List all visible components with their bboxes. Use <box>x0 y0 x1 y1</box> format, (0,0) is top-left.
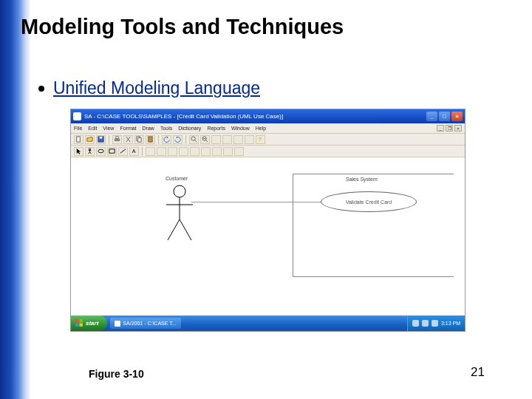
bullet-text: Unified Modeling Language <box>53 78 260 98</box>
svg-line-11 <box>205 140 208 142</box>
start-button[interactable]: start <box>71 316 107 331</box>
shape-tool-icon[interactable] <box>212 147 222 156</box>
menu-edit[interactable]: Edit <box>88 126 97 131</box>
svg-rect-30 <box>75 324 78 327</box>
svg-line-9 <box>194 140 197 142</box>
undo-icon[interactable] <box>162 135 171 144</box>
usecase-ellipse[interactable]: Validate Credit Card <box>321 191 417 212</box>
shape-tool-icon[interactable] <box>223 147 233 156</box>
window-title: SA - C:\CASE TOOLS\SAMPLES - [Credit Car… <box>84 113 426 120</box>
svg-rect-4 <box>116 137 119 139</box>
svg-rect-28 <box>75 319 78 322</box>
svg-text:A: A <box>132 148 136 154</box>
minimize-button[interactable]: _ <box>426 112 437 121</box>
tray-icon[interactable] <box>422 320 429 327</box>
taskbar-item[interactable]: SA/2001 - C:\CASE T... <box>110 318 180 329</box>
mdi-minimize-icon[interactable]: _ <box>437 125 444 132</box>
tool-button[interactable] <box>222 135 232 144</box>
svg-point-19 <box>98 149 103 153</box>
paste-icon[interactable] <box>146 135 155 144</box>
diagram-canvas[interactable]: Customer Sales System Validate Credit Ca… <box>71 157 465 316</box>
zoom-out-icon[interactable] <box>200 135 210 144</box>
svg-rect-29 <box>80 319 83 322</box>
shape-tool-icon[interactable] <box>146 147 155 156</box>
redo-icon[interactable] <box>173 135 183 144</box>
rectangle-tool-icon[interactable] <box>107 147 117 156</box>
tool-button[interactable] <box>211 135 221 144</box>
tray-icon[interactable] <box>412 320 419 327</box>
actor-tool-icon[interactable] <box>85 147 95 156</box>
shape-tool-icon[interactable] <box>179 147 188 156</box>
menu-file[interactable]: File <box>74 126 82 131</box>
task-item-icon <box>115 321 120 327</box>
actor-label: Customer <box>166 176 188 181</box>
svg-point-14 <box>89 149 90 150</box>
new-icon[interactable] <box>74 135 83 144</box>
shape-tool-icon[interactable] <box>157 147 166 156</box>
menu-tools[interactable]: Tools <box>160 126 172 131</box>
taskbar: start SA/2001 - C:\CASE T... 3:13 PM <box>71 316 465 331</box>
menu-window[interactable]: Window <box>231 126 250 131</box>
shape-tool-icon[interactable] <box>201 147 211 156</box>
svg-rect-31 <box>80 324 83 327</box>
svg-line-18 <box>90 151 92 154</box>
svg-text:?: ? <box>259 136 262 143</box>
cut-icon[interactable] <box>123 135 133 144</box>
svg-rect-7 <box>149 137 152 142</box>
maximize-button[interactable]: □ <box>439 112 450 121</box>
bullet-icon <box>38 86 44 92</box>
task-item-label: SA/2001 - C:\CASE T... <box>123 321 176 326</box>
menu-reports[interactable]: Reports <box>207 126 225 131</box>
line-tool-icon[interactable] <box>118 147 128 156</box>
embedded-app-window: SA - C:\CASE TOOLS\SAMPLES - [Credit Car… <box>70 109 466 332</box>
mdi-restore-icon[interactable]: ❐ <box>446 125 453 132</box>
svg-line-27 <box>180 219 191 240</box>
menu-help[interactable]: Help <box>256 126 266 131</box>
svg-rect-3 <box>115 139 120 142</box>
menubar: File Edit View Format Draw Tools Diction… <box>71 123 465 134</box>
windows-logo-icon <box>75 319 83 327</box>
titlebar[interactable]: SA - C:\CASE TOOLS\SAMPLES - [Credit Car… <box>71 109 465 123</box>
slide-bullet: Unified Modeling Language <box>38 78 260 98</box>
zoom-in-icon[interactable] <box>189 135 199 144</box>
system-boundary[interactable] <box>293 174 454 277</box>
open-icon[interactable] <box>85 135 95 144</box>
clock[interactable]: 3:13 PM <box>441 321 460 326</box>
save-icon[interactable] <box>96 135 106 144</box>
menu-format[interactable]: Format <box>120 126 136 131</box>
menu-dictionary[interactable]: Dictionary <box>178 126 201 131</box>
svg-rect-0 <box>77 137 81 142</box>
shape-tool-icon[interactable] <box>234 147 244 156</box>
menu-draw[interactable]: Draw <box>143 126 154 131</box>
shape-tool-icon[interactable] <box>190 147 200 156</box>
svg-rect-20 <box>109 149 115 153</box>
tool-button[interactable] <box>233 135 243 144</box>
svg-line-26 <box>168 219 180 240</box>
page-number: 21 <box>471 365 485 380</box>
usecase-tool-icon[interactable] <box>96 147 106 156</box>
volume-icon[interactable] <box>432 320 438 327</box>
actor-icon[interactable] <box>163 184 196 242</box>
svg-rect-6 <box>138 138 142 142</box>
system-tray: 3:13 PM <box>407 316 465 331</box>
close-button[interactable]: × <box>451 112 463 121</box>
pointer-icon[interactable] <box>74 147 83 156</box>
copy-icon[interactable] <box>134 135 144 144</box>
text-tool-icon[interactable]: A <box>129 147 139 156</box>
menu-view[interactable]: View <box>103 126 114 131</box>
mdi-close-icon[interactable]: × <box>454 125 462 132</box>
help-icon[interactable]: ? <box>256 135 265 144</box>
slide-gradient-bar <box>0 0 31 399</box>
system-label: Sales System <box>344 177 379 182</box>
tool-button[interactable] <box>245 135 254 144</box>
svg-point-23 <box>174 185 185 197</box>
usecase-label: Validate Credit Card <box>346 200 392 205</box>
app-icon <box>73 112 81 120</box>
svg-line-21 <box>120 149 126 153</box>
slide-title: Modeling Tools and Techniques <box>21 15 344 39</box>
toolbar-secondary: A <box>71 146 465 157</box>
print-icon[interactable] <box>112 135 122 144</box>
start-label: start <box>86 320 98 327</box>
shape-tool-icon[interactable] <box>168 147 177 156</box>
toolbar-primary: ? <box>71 134 465 146</box>
